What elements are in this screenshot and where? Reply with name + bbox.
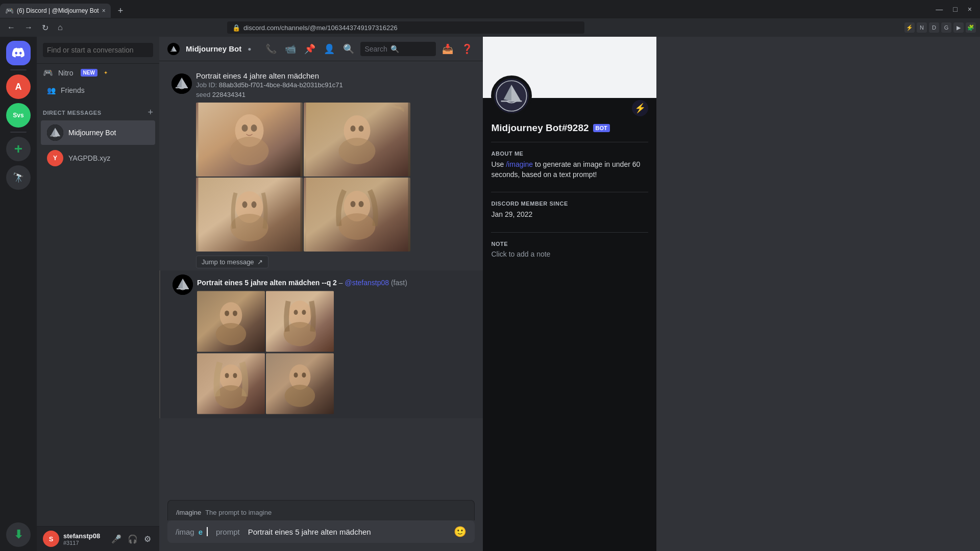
discover-servers-button[interactable]: 🔭 xyxy=(6,165,31,190)
server-icon-svs[interactable]: Svs xyxy=(6,103,31,128)
image-cell-2-4[interactable] xyxy=(266,353,334,414)
seed-value: 228434341 xyxy=(212,91,246,98)
dm-search-area[interactable] xyxy=(37,37,159,64)
search-bar[interactable]: Search 🔍 xyxy=(360,42,436,56)
image-cell-2-1[interactable] xyxy=(197,291,265,352)
msg-avatar-2 xyxy=(173,274,193,295)
about-me-title: ABOUT ME xyxy=(491,151,648,157)
refresh-button[interactable]: ↻ xyxy=(39,21,52,35)
address-bar[interactable]: 🔒 discord.com/channels/@me/1063443749197… xyxy=(227,21,584,34)
browser-tab[interactable]: 🎮 (6) Discord | @Midjourney Bot × xyxy=(0,4,111,18)
image-cell-1-4[interactable] xyxy=(304,178,410,252)
address-text: discord.com/channels/@me/106344374919731… xyxy=(243,24,398,32)
video-call-button[interactable]: 📹 xyxy=(283,41,298,57)
inbox-button[interactable]: 📥 xyxy=(440,41,455,57)
help-button[interactable]: ❓ xyxy=(459,41,475,57)
message-1-title: Portrait eines 4 jahre alten mädchen xyxy=(196,71,475,80)
download-button[interactable]: ⬇ xyxy=(6,522,31,547)
image-cell-2-2[interactable] xyxy=(266,291,334,352)
add-server-button[interactable]: + xyxy=(6,137,31,161)
tab-close-icon[interactable]: × xyxy=(102,7,106,14)
emoji-button[interactable]: 🙂 xyxy=(454,525,467,538)
new-tab-icon[interactable]: + xyxy=(115,5,127,17)
image-grid-2[interactable] xyxy=(197,291,334,414)
message-1-job-id: Job ID: 88ab3d5b-f701-4bce-8d4a-b2031bc9… xyxy=(196,81,475,89)
nitro-button[interactable]: 🎮 Nitro NEW ✦ xyxy=(37,64,159,82)
friends-button[interactable]: 👥 Friends xyxy=(41,82,155,98)
note-title: NOTE xyxy=(491,241,648,247)
minimize-button[interactable]: — xyxy=(932,4,947,14)
message-input-box[interactable]: /imag e prompt Portrait eines 5 jahre al… xyxy=(167,520,475,543)
note-input[interactable]: Click to add a note xyxy=(491,250,648,258)
about-me-text-before: Use xyxy=(491,160,506,168)
msg-avatar-1 xyxy=(172,73,192,94)
image-grid-1[interactable] xyxy=(196,103,410,252)
dm-section-title: DIRECT MESSAGES xyxy=(43,110,102,116)
svg-point-32 xyxy=(302,310,306,315)
dm-item-midjourney[interactable]: Midjourney Bot xyxy=(41,120,155,145)
headset-button[interactable]: 🎧 xyxy=(126,532,140,546)
svg-point-27 xyxy=(233,311,237,316)
job-id-label: Job ID: xyxy=(196,81,217,89)
user-controls: 🎤 🎧 ⚙ xyxy=(109,532,153,546)
jump-to-message-button[interactable]: Jump to message ↗ xyxy=(196,256,268,268)
close-window-button[interactable]: × xyxy=(964,4,976,14)
search-input[interactable] xyxy=(43,43,153,57)
ext-icon-3[interactable]: D xyxy=(929,22,939,33)
back-button[interactable]: ← xyxy=(4,21,18,34)
image-cell-1-1[interactable] xyxy=(196,103,303,177)
new-dm-button[interactable]: + xyxy=(148,107,153,118)
search-icon: 🔍 xyxy=(390,45,399,53)
svg-point-26 xyxy=(225,311,229,316)
job-id-value: 88ab3d5b-f701-4bce-8d4a-b2031bc91c71 xyxy=(219,81,343,89)
user-info: stefanstp08 #3117 xyxy=(63,532,105,546)
profile-name-row: Midjourney Bot#9282 BOT xyxy=(491,122,648,134)
jump-external-icon: ↗ xyxy=(257,258,263,266)
settings-button[interactable]: ⚙ xyxy=(142,532,153,546)
svg-point-42 xyxy=(302,372,306,378)
messages-area[interactable]: Portrait eines 4 jahre alten mädchen Job… xyxy=(159,61,483,500)
server-divider xyxy=(10,69,27,70)
add-friend-button[interactable]: 👤 xyxy=(322,41,337,57)
ext-icon-2[interactable]: N xyxy=(917,22,927,33)
maximize-button[interactable]: □ xyxy=(949,4,961,14)
imagine-link[interactable]: /imagine xyxy=(506,160,533,168)
microphone-button[interactable]: 🎤 xyxy=(109,532,124,546)
nitro-label: Nitro xyxy=(58,69,74,77)
server-sidebar: A Svs + 🔭 ⬇ xyxy=(0,37,37,551)
profile-divider-3 xyxy=(491,232,648,233)
home-button[interactable]: ⌂ xyxy=(55,21,66,34)
autocomplete-popup: /imagine The prompt to imagine xyxy=(167,500,475,520)
image-cell-2-3[interactable] xyxy=(197,353,265,414)
dm-item-yagpdb[interactable]: Y YAGPDB.xyz xyxy=(41,146,155,170)
ext-icon-5[interactable]: ▶ xyxy=(953,22,964,33)
discord-home-button[interactable] xyxy=(6,41,31,65)
ext-icon-4[interactable]: G xyxy=(941,22,951,33)
server-icon-a[interactable]: A xyxy=(6,74,31,99)
verified-icon: ⚡ xyxy=(634,103,646,114)
pin-button[interactable]: 📌 xyxy=(302,41,317,57)
channel-header: Midjourney Bot ● 📞 📹 📌 👤 🔍 Search 🔍 📥 ❓ xyxy=(159,37,483,61)
svg-point-31 xyxy=(294,310,298,315)
image-cell-1-2[interactable] xyxy=(304,103,410,177)
svg-point-9 xyxy=(339,138,376,164)
tab-favicon-icon: 🎮 xyxy=(5,7,14,15)
input-prefix: /imag xyxy=(176,528,194,536)
ext-icon-1[interactable]: ⚡ xyxy=(904,22,915,33)
message-1-seed: seed 228434341 xyxy=(196,91,475,98)
tab-title: (6) Discord | @Midjourney Bot xyxy=(17,7,99,14)
ext-icon-6[interactable]: 🧩 xyxy=(966,22,976,33)
call-button[interactable]: 📞 xyxy=(263,41,279,57)
friends-label: Friends xyxy=(61,86,85,94)
svg-point-10 xyxy=(351,126,356,132)
svg-point-15 xyxy=(242,202,248,208)
mention-user[interactable]: @stefanstp08 xyxy=(345,279,389,287)
main-content: Midjourney Bot ● 📞 📹 📌 👤 🔍 Search 🔍 📥 ❓ xyxy=(159,37,483,551)
nitro-icon: 🎮 xyxy=(43,68,53,78)
input-param: prompt xyxy=(216,528,240,536)
forward-button[interactable]: → xyxy=(21,21,36,34)
profile-panel-button[interactable]: 🔍 xyxy=(341,41,356,57)
member-since-section: DISCORD MEMBER SINCE Jan 29, 2022 xyxy=(491,201,648,220)
image-cell-1-3[interactable] xyxy=(196,178,303,252)
input-cmd-highlight: e xyxy=(199,528,203,536)
